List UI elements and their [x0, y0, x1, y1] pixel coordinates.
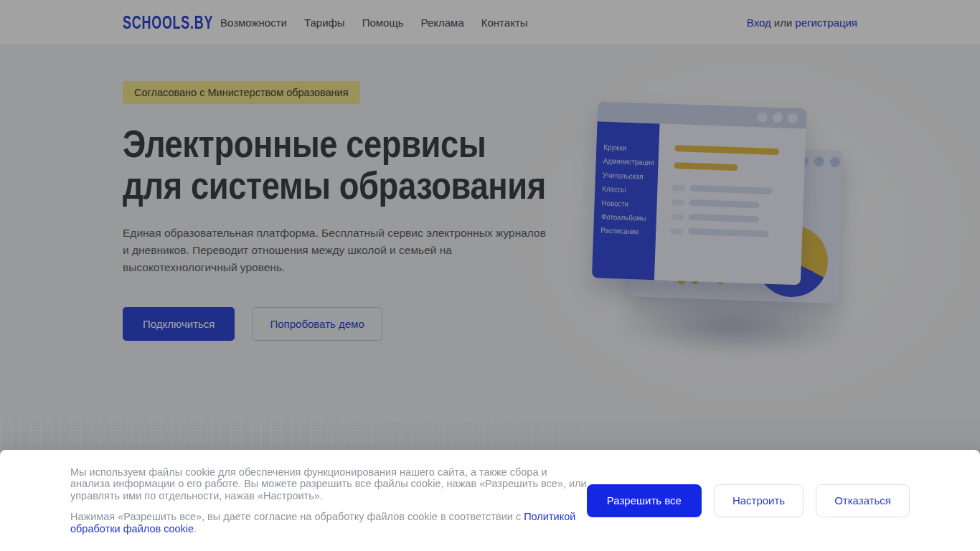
configure-button[interactable]: Настроить — [714, 484, 804, 517]
cookie-actions: Разрешить все Настроить Отказаться — [587, 484, 910, 517]
cookie-paragraph-2: Нажимая «Разрешить все», вы даете соглас… — [70, 511, 587, 534]
allow-all-button[interactable]: Разрешить все — [587, 484, 702, 517]
cookie-paragraph-2-text: Нажимая «Разрешить все», вы даете соглас… — [70, 511, 524, 522]
cookie-paragraph-1: Мы используем файлы cookie для обеспечен… — [70, 466, 587, 502]
cookie-banner: Мы используем файлы cookie для обеспечен… — [0, 450, 980, 551]
cookie-paragraph-2-period: . — [194, 523, 197, 534]
cookie-text: Мы используем файлы cookie для обеспечен… — [70, 466, 587, 535]
decline-button[interactable]: Отказаться — [816, 484, 910, 517]
